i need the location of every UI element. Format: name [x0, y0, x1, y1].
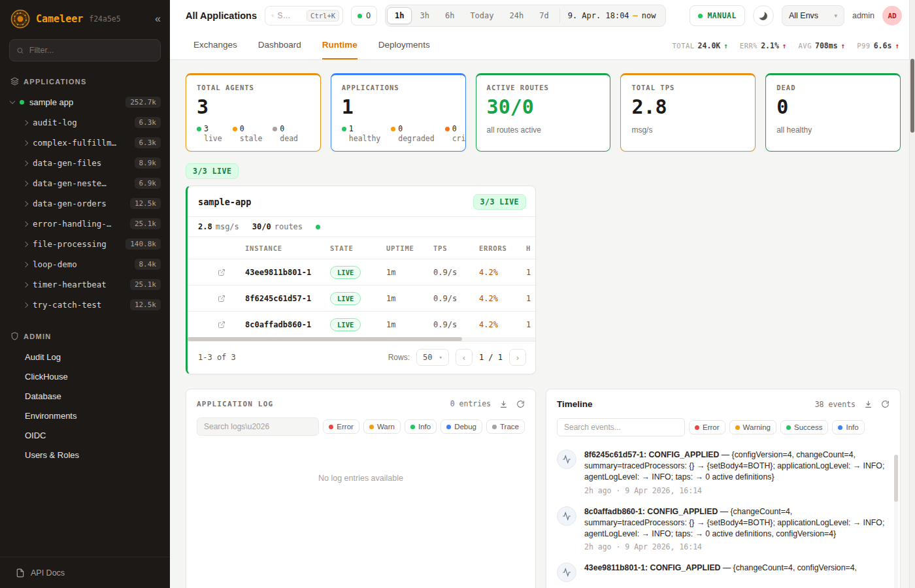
- time-range-6h[interactable]: 6h: [437, 7, 462, 24]
- pulse-dot-green: [316, 225, 320, 229]
- sidebar-item-audit-log-admin[interactable]: Audit Log: [0, 347, 170, 367]
- timeline-event[interactable]: 43ee9811b801-1: CONFIG_APPLIED — {change…: [557, 563, 887, 582]
- sidebar-item-file-processing[interactable]: file-processing 140.8k: [0, 234, 170, 254]
- log-empty-message: No log entries available: [186, 474, 535, 483]
- log-search[interactable]: [197, 417, 319, 436]
- tab-deployments[interactable]: Deployments: [378, 31, 430, 59]
- sidebar-filter[interactable]: [9, 39, 161, 61]
- app-version: f24a5e5: [89, 14, 120, 24]
- sidebar-collapse-button[interactable]: «: [155, 14, 161, 24]
- shield-icon: [10, 332, 19, 340]
- metric-healthy: 1 healthy: [342, 124, 380, 143]
- tab-bar: Exchanges Dashboard Runtime Deployments: [193, 31, 430, 59]
- time-range-3h[interactable]: 3h: [412, 7, 437, 24]
- avatar[interactable]: AD: [882, 6, 902, 25]
- timeline-event[interactable]: 8f6245c61d57-1: CONFIG_APPLIED — {config…: [557, 449, 887, 495]
- tab-exchanges[interactable]: Exchanges: [193, 31, 237, 59]
- log-filter-warn[interactable]: Warn: [363, 419, 401, 434]
- trend-up-icon: ↑: [895, 42, 899, 50]
- external-link-icon[interactable]: [218, 321, 245, 329]
- refresh-icon[interactable]: [881, 400, 890, 408]
- log-filter-debug[interactable]: Debug: [441, 419, 482, 434]
- content-area: TOTAL AGENTS 3 3 live 0 stale 0: [170, 60, 915, 588]
- log-search-input[interactable]: [204, 422, 312, 431]
- sidebar-item-audit-log[interactable]: audit-log 6.3k: [0, 112, 170, 133]
- timeline-filter-success[interactable]: Success: [780, 420, 828, 434]
- online-status-chip[interactable]: O: [351, 6, 377, 25]
- sidebar: Cameleer f24a5e5 « APPLICATIONS sample a…: [0, 0, 170, 588]
- timeline-search-input[interactable]: [564, 423, 678, 432]
- sidebar-item-database[interactable]: Database: [0, 386, 170, 406]
- download-icon[interactable]: [864, 400, 873, 408]
- sidebar-item-data-gen-orders[interactable]: data-gen-orders 12.5k: [0, 193, 170, 214]
- sidebar-item-sample-app[interactable]: sample app 252.7k: [0, 92, 170, 112]
- table-row[interactable]: 43ee9811b801-1 LIVE 1m 0.9/s 4.2% 1: [188, 259, 535, 285]
- date-range-display[interactable]: 9. Apr. 18:04 – now: [559, 8, 664, 23]
- rows-per-page-select[interactable]: 50 ▾: [416, 349, 449, 366]
- external-link-icon[interactable]: [218, 269, 245, 276]
- table-row[interactable]: 8f6245c61d57-1 LIVE 1m 0.9/s 4.2% 1: [188, 285, 535, 311]
- prev-page-button[interactable]: ‹: [456, 349, 473, 366]
- filter-input[interactable]: [29, 46, 154, 55]
- timeline-scrollbar[interactable]: [894, 455, 898, 588]
- page-scrollbar[interactable]: [909, 0, 915, 588]
- time-range-1h[interactable]: 1h: [387, 7, 412, 24]
- count-badge: 12.5k: [130, 198, 161, 209]
- timeline-filter-warning[interactable]: Warning: [729, 420, 776, 434]
- sidebar-item-data-gen-files[interactable]: data-gen-files 8.9k: [0, 153, 170, 173]
- application-name[interactable]: sample-app: [198, 197, 251, 207]
- sidebar-item-timer-heartbeat[interactable]: timer-heartbeat 25.1k: [0, 274, 170, 295]
- application-card: sample-app 3/3 LIVE 2.8 msg/s 30/0 route…: [186, 186, 536, 374]
- log-filter-info[interactable]: Info: [405, 419, 437, 434]
- scrollbar-thumb[interactable]: [894, 455, 898, 502]
- activity-icon: [557, 506, 576, 526]
- api-docs-link[interactable]: API Docs: [0, 557, 170, 588]
- refresh-icon[interactable]: [516, 400, 525, 408]
- tab-runtime[interactable]: Runtime: [322, 31, 358, 59]
- status-dot-gray: [273, 127, 277, 131]
- table-row[interactable]: 8c0affadb860-1 LIVE 1m 0.9/s 4.2% 1: [188, 311, 535, 337]
- sidebar-item-environments[interactable]: Environments: [0, 406, 170, 425]
- chevron-right-icon: [23, 180, 28, 186]
- sidebar-item-error-handling[interactable]: error-handling-… 25.1k: [0, 214, 170, 234]
- sidebar-item-users-roles[interactable]: Users & Roles: [0, 445, 170, 465]
- timeline-filter-info[interactable]: Info: [832, 420, 864, 434]
- time-range-7d[interactable]: 7d: [531, 7, 556, 24]
- global-search-input[interactable]: [278, 11, 304, 20]
- dark-mode-toggle[interactable]: [753, 5, 774, 26]
- sidebar-item-oidc[interactable]: OIDC: [0, 425, 170, 445]
- sidebar-item-complex-fulfillment[interactable]: complex-fulfillm… 6.3k: [0, 133, 170, 153]
- log-filter-trace[interactable]: Trace: [486, 419, 525, 434]
- sidebar-item-clickhouse[interactable]: ClickHouse: [0, 367, 170, 386]
- moon-icon: [759, 12, 767, 20]
- sidebar-item-data-gen-nested[interactable]: data-gen-neste… 6.9k: [0, 173, 170, 193]
- global-search[interactable]: Ctrl+K: [265, 6, 343, 25]
- tab-dashboard[interactable]: Dashboard: [258, 31, 301, 59]
- sidebar-item-try-catch-test[interactable]: try-catch-test 12.5k: [0, 295, 170, 315]
- timeline-event[interactable]: 8c0affadb860-1: CONFIG_APPLIED — {change…: [557, 506, 887, 552]
- trend-up-icon: ↑: [841, 42, 846, 50]
- chevron-right-icon: [23, 241, 28, 246]
- external-link-icon[interactable]: [218, 295, 245, 302]
- count-badge: 25.1k: [130, 279, 161, 290]
- status-dot-green: [197, 127, 201, 131]
- download-icon[interactable]: [499, 400, 508, 408]
- count-badge: 6.3k: [135, 117, 161, 128]
- manual-mode-button[interactable]: MANUAL: [690, 5, 745, 26]
- user-name: admin: [852, 11, 874, 20]
- time-range-today[interactable]: Today: [462, 7, 501, 24]
- next-page-button[interactable]: ›: [509, 349, 526, 366]
- search-icon: [16, 46, 24, 55]
- live-summary-chip[interactable]: 3/3 LIVE: [186, 163, 239, 179]
- status-dot-red: [329, 425, 333, 429]
- application-log-panel: APPLICATION LOG 0 entries Error Warn: [186, 389, 536, 588]
- env-select[interactable]: All Envs ▾: [782, 5, 844, 26]
- status-dot-orange: [445, 127, 450, 131]
- time-range-24h[interactable]: 24h: [502, 7, 532, 24]
- timeline-filter-error[interactable]: Error: [689, 420, 725, 434]
- log-filter-error[interactable]: Error: [323, 419, 359, 434]
- scrollbar-thumb[interactable]: [910, 59, 914, 133]
- timeline-search[interactable]: [557, 418, 685, 436]
- card-total-agents: TOTAL AGENTS 3 3 live 0 stale 0: [186, 73, 321, 152]
- sidebar-item-loop-demo[interactable]: loop-demo 8.4k: [0, 254, 170, 274]
